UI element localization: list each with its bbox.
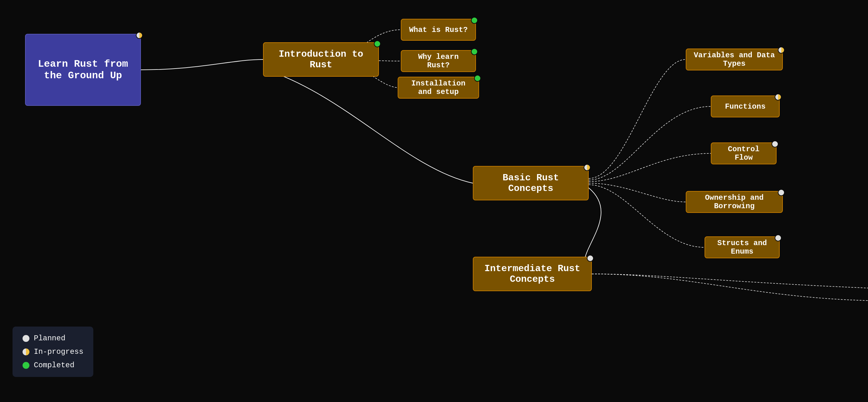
installation-label: Installation and setup <box>404 79 473 96</box>
legend-inprogress: In-progress <box>23 347 83 356</box>
what-is-rust-label: What is Rust? <box>409 26 467 34</box>
legend-planned: Planned <box>23 334 83 342</box>
completed-label: Completed <box>34 361 74 369</box>
completed-dot <box>23 362 29 369</box>
root-label: Learn Rust from the Ground Up <box>32 58 134 82</box>
legend-completed: Completed <box>23 361 83 369</box>
variables-status-dot <box>778 47 785 54</box>
what-is-rust-status-dot <box>471 17 478 24</box>
inprogress-label: In-progress <box>34 347 83 356</box>
variables-node[interactable]: Variables and Data Types <box>686 49 783 70</box>
why-learn-status-dot <box>471 48 478 55</box>
functions-label: Functions <box>725 102 766 111</box>
intro-node[interactable]: Introduction to Rust <box>263 42 379 77</box>
intro-label: Introduction to Rust <box>270 49 372 70</box>
ownership-label: Ownership and Borrowing <box>692 193 777 210</box>
installation-status-dot <box>474 75 481 82</box>
functions-node[interactable]: Functions <box>711 95 780 117</box>
planned-dot <box>23 335 29 342</box>
legend: Planned In-progress Completed <box>12 327 93 377</box>
control-flow-status-dot <box>772 141 778 148</box>
basic-label: Basic Rust Concepts <box>480 173 582 194</box>
root-node[interactable]: Learn Rust from the Ground Up <box>25 34 141 106</box>
basic-status-dot <box>584 164 591 171</box>
structs-node[interactable]: Structs and Enums <box>705 236 780 258</box>
basic-node[interactable]: Basic Rust Concepts <box>473 166 589 200</box>
why-learn-label: Why learn Rust? <box>407 53 470 69</box>
structs-status-dot <box>775 235 782 241</box>
functions-status-dot <box>775 94 782 100</box>
ownership-node[interactable]: Ownership and Borrowing <box>686 191 783 213</box>
why-learn-node[interactable]: Why learn Rust? <box>401 50 476 72</box>
root-status-dot <box>136 32 143 39</box>
what-is-rust-node[interactable]: What is Rust? <box>401 19 476 41</box>
variables-label: Variables and Data Types <box>692 51 777 68</box>
control-flow-label: Control Flow <box>717 145 770 162</box>
intro-status-dot <box>374 40 381 47</box>
ownership-status-dot <box>778 189 785 196</box>
control-flow-node[interactable]: Control Flow <box>711 143 777 164</box>
intermediate-status-dot <box>587 255 594 262</box>
planned-label: Planned <box>34 334 65 342</box>
installation-node[interactable]: Installation and setup <box>398 77 479 99</box>
structs-label: Structs and Enums <box>711 239 773 256</box>
inprogress-dot <box>23 348 29 355</box>
intermediate-label: Intermediate Rust Concepts <box>480 263 585 285</box>
intermediate-node[interactable]: Intermediate Rust Concepts <box>473 257 592 291</box>
